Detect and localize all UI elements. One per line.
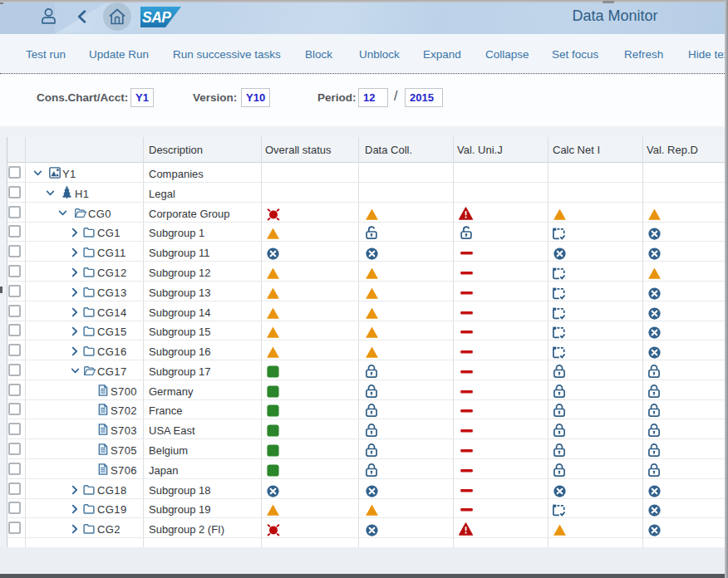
svg-text:SAP: SAP (142, 9, 171, 26)
